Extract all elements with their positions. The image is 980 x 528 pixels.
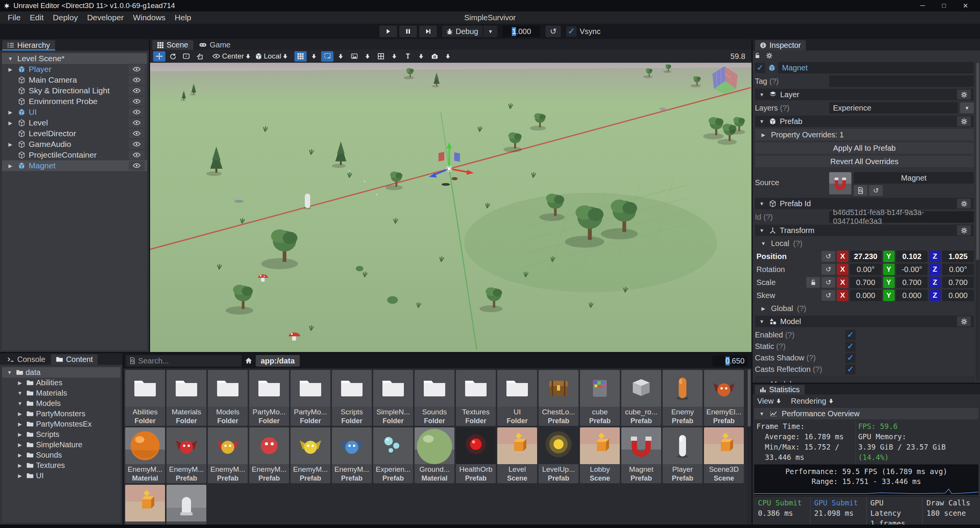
tree-item-simplenature[interactable]: ▶SimpleNature: [2, 440, 121, 450]
hierarchy-item-main-camera[interactable]: Main Camera: [2, 75, 147, 85]
scale-y-input[interactable]: 0.700: [896, 277, 928, 288]
model-settings-button[interactable]: [957, 316, 971, 326]
asset-enemym-[interactable]: EnemyM...Prefab: [291, 427, 330, 483]
move-tool-button[interactable]: [153, 51, 165, 62]
tree-item-partymonstesex[interactable]: ▶PartyMonstesEx: [2, 419, 121, 429]
object-name-field[interactable]: Magnet: [778, 62, 974, 73]
tree-item-scripts[interactable]: ▶Scripts: [2, 429, 121, 440]
layer-settings-button[interactable]: [957, 90, 971, 99]
grid-toggle-button[interactable]: [294, 51, 307, 62]
asset-partial[interactable]: [167, 485, 206, 525]
pin-options-dropdown[interactable]: [415, 51, 427, 62]
tab-scene[interactable]: Scene: [152, 40, 193, 50]
menu-help[interactable]: Help: [170, 12, 196, 23]
visibility-toggle[interactable]: [129, 75, 145, 85]
asset-scripts[interactable]: ScriptsFolder: [332, 370, 372, 426]
hierarchy-item-magnet[interactable]: ▶Magnet: [2, 160, 147, 171]
pivot-mode-dropdown[interactable]: Center: [211, 51, 252, 62]
casts-reflection-checkbox[interactable]: ✓: [845, 364, 856, 375]
vsync-checkbox[interactable]: ✓: [566, 26, 577, 37]
asset-models[interactable]: ModelsFolder: [208, 370, 248, 426]
prefab-id-settings-button[interactable]: [957, 199, 971, 209]
skew-z-input[interactable]: 0.000: [942, 290, 974, 301]
snap-options-dropdown[interactable]: [335, 51, 347, 62]
minimize-button[interactable]: ─: [912, 0, 933, 11]
layers-dropdown[interactable]: Experience: [829, 102, 958, 114]
model-section-header[interactable]: ▼ Model: [755, 316, 974, 327]
asset-enemym-[interactable]: EnemyM...Prefab: [332, 427, 372, 483]
rotation-x-input[interactable]: 0.00°: [850, 264, 882, 275]
tree-root-row[interactable]: ▼data: [2, 367, 121, 378]
tab-inspector[interactable]: Inspector: [755, 40, 806, 51]
reset-rotation-button[interactable]: ↺: [822, 264, 835, 275]
hierarchy-item-leveldirector[interactable]: LevelDirector: [2, 128, 147, 139]
transform-section-header[interactable]: ▼ Transform: [755, 225, 974, 236]
asset-enemyel-[interactable]: EnemyEl...Prefab: [704, 370, 744, 426]
tree-item-textures[interactable]: ▶Textures: [2, 460, 121, 471]
tab-statistics[interactable]: Statistics: [755, 385, 805, 394]
rect-tool-button[interactable]: [180, 51, 192, 62]
position-y-input[interactable]: 0.102: [896, 251, 928, 262]
asset-enemym-[interactable]: EnemyM...Prefab: [167, 427, 206, 483]
asset-partial[interactable]: [125, 485, 165, 525]
asset-magnet[interactable]: MagnetPrefab: [621, 427, 661, 483]
menu-edit[interactable]: Edit: [25, 12, 48, 23]
rotation-y-input[interactable]: -0.00°: [896, 264, 928, 275]
visibility-toggle[interactable]: [129, 129, 145, 138]
hierarchy-item-level[interactable]: ▶Level: [2, 117, 147, 128]
tab-hierarchy[interactable]: Hierarchy: [2, 40, 55, 51]
visibility-toggle[interactable]: [129, 65, 145, 74]
scene-3d-view[interactable]: [150, 63, 751, 352]
hierarchy-item-gameaudio[interactable]: ▶GameAudio: [2, 139, 147, 150]
layout-options-dropdown[interactable]: [388, 51, 400, 62]
casts-shadow-checkbox[interactable]: ✓: [845, 353, 856, 363]
camera-button[interactable]: [428, 51, 441, 62]
asset-textures[interactable]: TexturesFolder: [456, 370, 496, 426]
asset-ground-[interactable]: Ground...Material: [415, 427, 454, 483]
lock-icon[interactable]: [755, 52, 760, 58]
transform-local-toggle[interactable]: ▼ Local (?): [755, 238, 974, 249]
reload-prefab-button[interactable]: ↺: [869, 185, 883, 196]
skew-y-input[interactable]: 0.000: [896, 290, 928, 301]
inspector-scrollbar[interactable]: [976, 63, 980, 381]
tab-console[interactable]: Console: [2, 354, 50, 365]
asset-simplen-[interactable]: SimpleN...Folder: [373, 370, 413, 426]
layout-toggle-button[interactable]: [375, 51, 387, 62]
time-scale-input[interactable]: 1.000: [503, 26, 540, 37]
tag-field[interactable]: [829, 75, 974, 87]
asset-lobby[interactable]: LobbyScene: [580, 427, 620, 483]
breadcrumb[interactable]: app:/data: [256, 355, 300, 367]
tree-item-materials[interactable]: ▼Materials: [2, 388, 121, 398]
asset-partymo-[interactable]: PartyMo...Folder: [291, 370, 330, 426]
orientation-mode-dropdown[interactable]: Local: [253, 51, 289, 62]
object-enabled-checkbox[interactable]: ✓: [755, 63, 765, 73]
content-scrollbar[interactable]: [747, 369, 751, 524]
gears-icon[interactable]: [766, 52, 773, 59]
asset-cube[interactable]: cubePrefab: [580, 370, 620, 426]
hierarchy-item-ui[interactable]: ▶UI: [2, 107, 147, 117]
reset-timescale-button[interactable]: ↺: [546, 26, 561, 37]
rendering-dropdown[interactable]: Rendering: [791, 397, 833, 406]
asset-ui[interactable]: UIFolder: [497, 370, 537, 426]
snap-toggle-button[interactable]: [321, 51, 333, 62]
scale-lock-button[interactable]: [806, 277, 820, 288]
tree-item-ui[interactable]: ▶UI: [2, 471, 121, 481]
home-icon[interactable]: [245, 358, 252, 363]
hierarchy-item-projectilecontainer[interactable]: ProjectileContainer: [2, 150, 147, 160]
asset-cube-ro-[interactable]: cube_ro...Prefab: [621, 370, 661, 426]
prefab-id-section-header[interactable]: ▼ Prefab Id: [755, 198, 974, 209]
close-button[interactable]: ✕: [955, 0, 976, 11]
asset-level[interactable]: LevelScene: [497, 427, 537, 483]
asset-enemy[interactable]: EnemyPrefab: [663, 370, 702, 426]
search-box[interactable]: [126, 355, 242, 367]
prefab-settings-button[interactable]: [957, 116, 971, 126]
rotation-z-input[interactable]: 0.00°: [942, 264, 974, 275]
reset-scale-button[interactable]: ↺: [822, 277, 835, 288]
asset-experien-[interactable]: Experien...Prefab: [373, 427, 413, 483]
menu-file[interactable]: File: [3, 12, 25, 23]
static-checkbox[interactable]: ✓: [845, 341, 856, 352]
asset-abilities[interactable]: AbilitiesFolder: [125, 370, 165, 426]
layers-dropdown-arrow[interactable]: ▼: [960, 103, 974, 113]
hierarchy-item-sky-directional-light[interactable]: Sky & Directional Light: [2, 85, 147, 96]
skew-x-input[interactable]: 0.000: [850, 290, 882, 301]
